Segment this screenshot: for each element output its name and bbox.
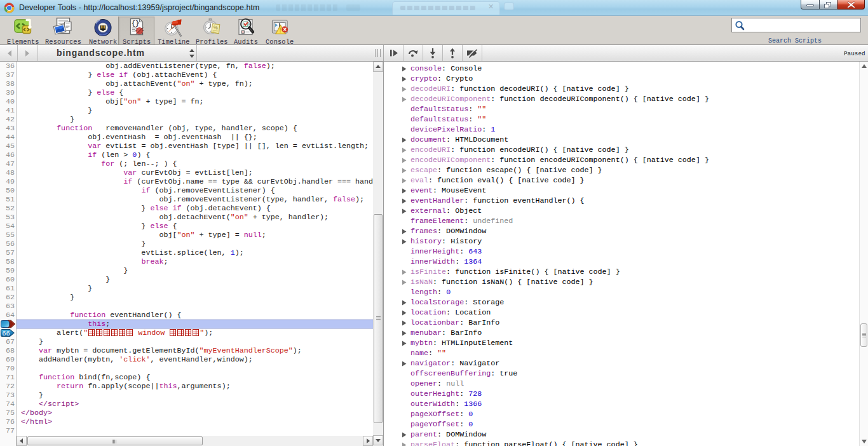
svg-text:%: % bbox=[213, 25, 218, 31]
svg-text:{}: {} bbox=[132, 20, 139, 27]
svg-text:66: 66 bbox=[2, 330, 10, 337]
